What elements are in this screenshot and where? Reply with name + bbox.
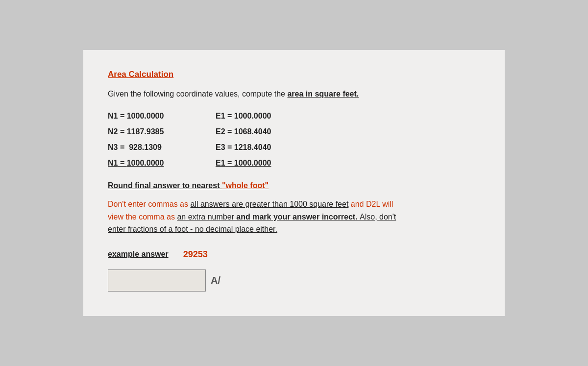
spellcheck-icon: A/ [211, 275, 220, 286]
main-content: Area Calculation Given the following coo… [83, 50, 505, 316]
answer-row: A/ [108, 269, 480, 292]
warning-black1: as [178, 200, 191, 208]
coord-n2: N2 = 1187.9385 [108, 127, 186, 136]
round-text-before: Round final answer to nearest [108, 181, 222, 190]
intro-text: Given the following coordinate values, c… [108, 88, 480, 100]
warning-underline3: Also, don't [360, 213, 396, 221]
coord-e3: E3 = 1218.4040 [216, 143, 294, 152]
coord-e2: E2 = 1068.4040 [216, 127, 294, 136]
coord-n1: N1 = 1000.0000 [108, 112, 186, 121]
warning-newline1: view the comma as [108, 213, 177, 221]
coord-n3: N3 = 928.1309 [108, 143, 186, 152]
coord-row-1: N1 = 1000.0000 E1 = 1000.0000 [108, 112, 480, 121]
warning-newline2: enter fractions of a foot - no decimal p… [108, 225, 277, 233]
coord-e1: E1 = 1000.0000 [216, 112, 294, 121]
intro-before: Given the following coordinate values, c… [108, 90, 287, 98]
example-label: example answer [108, 250, 169, 259]
warning-rest1: and mark your answer incorrect. [234, 213, 360, 221]
coordinates-table: N1 = 1000.0000 E1 = 1000.0000 N2 = 1187.… [108, 112, 480, 168]
warning-red1: Don't enter commas [108, 200, 178, 208]
warning-text: Don't enter commas as all answers are gr… [108, 198, 480, 236]
coord-n1-repeat: N1 = 1000.0000 [108, 159, 186, 168]
round-text-highlighted: "whole foot" [222, 181, 269, 190]
coord-row-3: N3 = 928.1309 E3 = 1218.4040 [108, 143, 480, 152]
page-title: Area Calculation [108, 70, 480, 79]
example-row: example answer 29253 [108, 249, 480, 260]
warning-underline1: all answers are greater than 1000 square… [190, 200, 348, 208]
round-instruction: Round final answer to nearest "whole foo… [108, 181, 480, 190]
coord-row-2: N2 = 1187.9385 E2 = 1068.4040 [108, 127, 480, 136]
example-value: 29253 [183, 249, 208, 260]
answer-input[interactable] [108, 269, 206, 292]
coord-row-4: N1 = 1000.0000 E1 = 1000.0000 [108, 159, 480, 168]
warning-underline2: an extra number [177, 213, 234, 221]
intro-highlighted: area in square feet. [287, 90, 359, 98]
coord-e1-repeat: E1 = 1000.0000 [216, 159, 294, 168]
warning-red2: and D2L will [348, 200, 393, 208]
